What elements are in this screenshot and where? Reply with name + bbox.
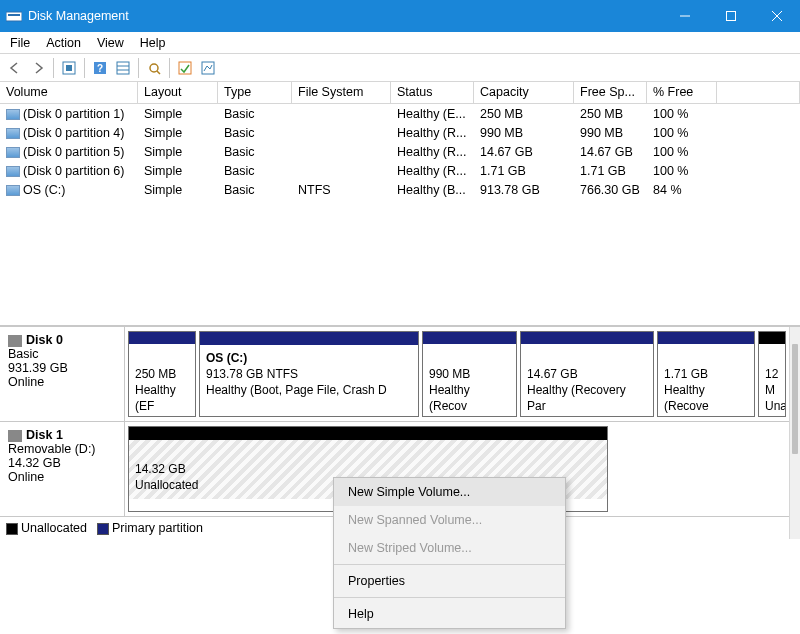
disk-icon (8, 335, 22, 347)
svg-point-13 (150, 64, 158, 72)
part-size: 12 M (765, 366, 779, 398)
cell-capacity: 250 MB (474, 105, 574, 123)
menu-help[interactable]: Help (132, 34, 174, 52)
disk-name: Disk 1 (26, 428, 63, 442)
menu-help[interactable]: Help (334, 600, 565, 628)
maximize-button[interactable] (708, 0, 754, 32)
volume-icon (6, 166, 20, 177)
table-row[interactable]: (Disk 0 partition 5) Simple Basic Health… (0, 142, 800, 161)
cell-type: Basic (218, 162, 292, 180)
cell-type: Basic (218, 181, 292, 199)
svg-rect-1 (8, 14, 20, 16)
cell-free: 1.71 GB (574, 162, 647, 180)
cell-pct: 100 % (647, 162, 717, 180)
col-status[interactable]: Status (391, 82, 474, 103)
part-status: Healthy (Recovery Par (527, 382, 647, 414)
forward-button[interactable] (27, 57, 49, 79)
partition-box[interactable]: 250 MBHealthy (EF (128, 331, 196, 417)
cell-status: Healthy (B... (391, 181, 474, 199)
legend-swatch-unallocated (6, 523, 18, 535)
volume-icon (6, 185, 20, 196)
part-size: 913.78 GB NTFS (206, 366, 412, 382)
table-row[interactable]: OS (C:) Simple Basic NTFS Healthy (B... … (0, 180, 800, 199)
table-row[interactable]: (Disk 0 partition 6) Simple Basic Health… (0, 161, 800, 180)
cell-type: Basic (218, 124, 292, 142)
cell-volume: (Disk 0 partition 5) (23, 145, 124, 159)
cell-volume: (Disk 0 partition 6) (23, 164, 124, 178)
menu-file[interactable]: File (2, 34, 38, 52)
svg-text:?: ? (97, 63, 103, 74)
svg-rect-15 (179, 62, 191, 74)
partition-box[interactable]: 1.71 GBHealthy (Recove (657, 331, 755, 417)
toolbar-divider (138, 58, 139, 78)
minimize-button[interactable] (662, 0, 708, 32)
cell-layout: Simple (138, 124, 218, 142)
cell-fs (292, 169, 391, 173)
cell-free: 14.67 GB (574, 143, 647, 161)
svg-rect-16 (202, 62, 214, 74)
action-icon[interactable] (143, 57, 165, 79)
legend-label: Unallocated (21, 521, 87, 535)
svg-line-18 (207, 66, 210, 69)
col-type[interactable]: Type (218, 82, 292, 103)
partition-box[interactable]: 14.67 GBHealthy (Recovery Par (520, 331, 654, 417)
list-view-icon[interactable] (112, 57, 134, 79)
partition-box[interactable]: OS (C:)913.78 GB NTFSHealthy (Boot, Page… (199, 331, 419, 417)
partition-box[interactable]: 990 MBHealthy (Recov (422, 331, 517, 417)
cell-type: Basic (218, 105, 292, 123)
col-volume[interactable]: Volume (0, 82, 138, 103)
settings-icon[interactable] (58, 57, 80, 79)
menubar: File Action View Help (0, 32, 800, 54)
svg-rect-0 (6, 12, 22, 21)
vertical-scrollbar[interactable] (789, 327, 800, 539)
part-size: 990 MB (429, 366, 510, 382)
close-button[interactable] (754, 0, 800, 32)
cell-layout: Simple (138, 181, 218, 199)
svg-rect-10 (117, 62, 129, 74)
part-status: Una (765, 398, 779, 414)
volume-table-body: (Disk 0 partition 1) Simple Basic Health… (0, 104, 800, 199)
part-status: Healthy (Recov (429, 382, 510, 414)
cell-fs: NTFS (292, 181, 391, 199)
cell-layout: Simple (138, 105, 218, 123)
cell-status: Healthy (R... (391, 162, 474, 180)
scrollbar-thumb[interactable] (792, 344, 798, 454)
cell-pct: 100 % (647, 105, 717, 123)
cell-fs (292, 150, 391, 154)
table-row[interactable]: (Disk 0 partition 1) Simple Basic Health… (0, 104, 800, 123)
disk-status: Online (8, 470, 116, 484)
cell-volume: (Disk 0 partition 4) (23, 126, 124, 140)
graph-icon[interactable] (197, 57, 219, 79)
disk1-label[interactable]: Disk 1 Removable (D:) 14.32 GB Online (0, 422, 125, 516)
part-size: 14.32 GB (135, 461, 601, 477)
part-size: 1.71 GB (664, 366, 748, 382)
part-status: Healthy (EF (135, 382, 189, 414)
titlebar: Disk Management (0, 0, 800, 32)
cell-volume: OS (C:) (23, 183, 65, 197)
disk-type: Removable (D:) (8, 442, 116, 456)
cell-pct: 84 % (647, 181, 717, 199)
col-pctfree[interactable]: % Free (647, 82, 717, 103)
menu-new-striped-volume: New Striped Volume... (334, 534, 565, 562)
volume-icon (6, 147, 20, 158)
menu-properties[interactable]: Properties (334, 567, 565, 595)
check-icon[interactable] (174, 57, 196, 79)
part-size: 250 MB (135, 366, 189, 382)
table-row[interactable]: (Disk 0 partition 4) Simple Basic Health… (0, 123, 800, 142)
col-freespace[interactable]: Free Sp... (574, 82, 647, 103)
col-layout[interactable]: Layout (138, 82, 218, 103)
volume-icon (6, 128, 20, 139)
back-button[interactable] (4, 57, 26, 79)
disk-type: Basic (8, 347, 116, 361)
col-filesystem[interactable]: File System (292, 82, 391, 103)
svg-rect-7 (66, 65, 72, 71)
menu-new-simple-volume[interactable]: New Simple Volume... (334, 478, 565, 506)
help-icon[interactable]: ? (89, 57, 111, 79)
cell-status: Healthy (E... (391, 105, 474, 123)
menu-action[interactable]: Action (38, 34, 89, 52)
disk0-label[interactable]: Disk 0 Basic 931.39 GB Online (0, 327, 125, 421)
partition-box[interactable]: 12 MUna (758, 331, 786, 417)
col-capacity[interactable]: Capacity (474, 82, 574, 103)
svg-line-19 (210, 65, 212, 69)
menu-view[interactable]: View (89, 34, 132, 52)
